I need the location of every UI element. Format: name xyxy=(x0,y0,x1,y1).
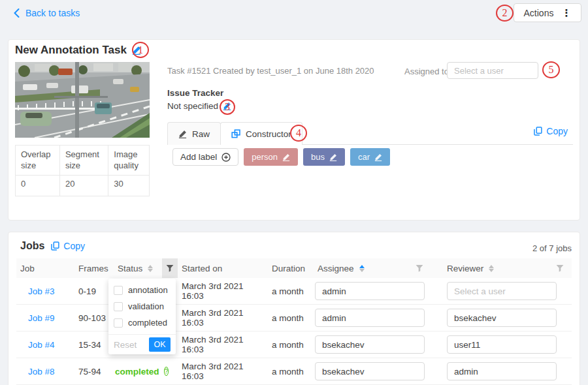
copy-jobs-label: Copy xyxy=(63,241,85,251)
job-4-started: March 3rd 2021 16:03 xyxy=(178,335,268,354)
job-8-frames: 75-94 xyxy=(74,367,114,377)
tab-constructor-label: Constructor xyxy=(246,129,291,139)
job-4-link[interactable]: Job #4 xyxy=(16,340,74,350)
job-9-reviewer-select[interactable] xyxy=(447,309,557,327)
traffic-scene xyxy=(15,62,150,138)
job-4-assignee-select[interactable] xyxy=(315,335,425,354)
annotation-marker-3: 3 xyxy=(220,99,235,115)
edit-label-person-icon[interactable] xyxy=(282,153,290,161)
validation-checkbox[interactable] xyxy=(114,302,123,311)
jobs-table: Job Frames Status Started on Duration As… xyxy=(16,258,572,385)
job-8-assignee-select[interactable] xyxy=(315,362,425,380)
copy-label: Copy xyxy=(546,126,568,136)
job-3-link[interactable]: Job #3 xyxy=(16,286,74,296)
copy-icon xyxy=(534,127,542,136)
filter-funnel-icon xyxy=(166,264,174,272)
annotation-option-label: annotation xyxy=(128,285,168,295)
job-row-9: Job #9 90-103 March 3rd 2021 16:03 a mon… xyxy=(16,305,572,331)
issue-tracker-label: Issue Tracker xyxy=(167,88,223,98)
chevron-left-icon xyxy=(13,8,20,18)
param-value-quality: 30 xyxy=(108,176,150,196)
completed-checkbox[interactable] xyxy=(114,318,123,328)
label-person-name: person xyxy=(252,152,278,162)
filter-option-validation[interactable]: validation xyxy=(108,298,176,315)
job-8-started: March 3rd 2021 16:03 xyxy=(178,362,268,381)
status-filter-button[interactable] xyxy=(162,258,178,278)
issue-tracker-value: Not specified xyxy=(167,101,218,111)
job-9-link[interactable]: Job #9 xyxy=(16,313,74,323)
column-header-frames[interactable]: Frames xyxy=(74,258,114,278)
labels-constructor-row: Add label person bus car xyxy=(172,148,390,166)
status-filter-options: annotation validation completed xyxy=(108,279,176,334)
job-row-3: Job #3 0-19 March 3rd 2021 16:03 a month xyxy=(16,278,572,305)
job-3-reviewer-select[interactable] xyxy=(447,282,557,300)
params-header-row: Overlap size Segment size Image quality xyxy=(16,146,150,176)
labels-tabs-bar: Raw Constructor xyxy=(167,122,573,145)
job-8-duration: a month xyxy=(268,367,314,377)
copy-labels-link[interactable]: Copy xyxy=(534,126,568,136)
filter-ok-button[interactable]: OK xyxy=(149,337,171,352)
edit-label-bus-icon[interactable] xyxy=(329,153,337,161)
tab-raw[interactable]: Raw xyxy=(167,122,221,145)
column-header-job[interactable]: Job xyxy=(16,258,74,278)
job-3-assignee-select[interactable] xyxy=(315,282,425,300)
assigned-to-select[interactable] xyxy=(447,62,538,79)
task-meta-text: Task #1521 Created by test_user_1 on Jun… xyxy=(167,66,374,76)
param-value-segment: 20 xyxy=(59,176,108,196)
label-chip-car[interactable]: car xyxy=(350,148,390,166)
task-title: New Annotation Task xyxy=(15,44,127,57)
job-4-frames: 15-34 xyxy=(74,340,114,350)
reviewer-sorter-icon[interactable] xyxy=(489,265,494,272)
task-params-table: Overlap size Segment size Image quality … xyxy=(15,145,150,196)
column-header-started: Started on xyxy=(178,258,268,278)
job-9-frames: 90-103 xyxy=(74,313,114,323)
job-9-duration: a month xyxy=(268,313,314,323)
job-3-duration: a month xyxy=(268,286,314,296)
annotation-checkbox[interactable] xyxy=(114,286,123,295)
label-car-name: car xyxy=(358,152,370,162)
job-8-status: completed ? xyxy=(114,367,162,377)
jobs-table-header: Job Frames Status Started on Duration As… xyxy=(16,258,572,278)
status-filter-dropdown: annotation validation completed Reset OK xyxy=(108,279,176,354)
annotation-marker-4: 4 xyxy=(290,125,307,142)
actions-button[interactable]: Actions ⋮ xyxy=(514,3,581,22)
reviewer-filter-icon[interactable] xyxy=(556,264,564,272)
more-vertical-icon: ⋮ xyxy=(561,7,571,19)
jobs-heading: Jobs xyxy=(20,240,44,252)
label-chip-person[interactable]: person xyxy=(244,148,298,166)
job-row-8: Job #8 75-94 completed ? March 3rd 2021 … xyxy=(16,358,572,385)
label-bus-name: bus xyxy=(311,152,325,162)
annotation-marker-1: 1 xyxy=(132,42,149,58)
copy-icon xyxy=(51,241,59,251)
jobs-table-body: Job #3 0-19 March 3rd 2021 16:03 a month… xyxy=(16,278,572,385)
param-header-quality: Image quality xyxy=(108,146,150,176)
jobs-card: Jobs Copy 2 of 7 jobs Job Frames Status … xyxy=(8,232,580,385)
param-header-segment: Segment size xyxy=(59,146,108,176)
plus-circle-icon xyxy=(221,153,231,162)
job-8-reviewer-select[interactable] xyxy=(447,362,557,380)
question-circle-icon[interactable]: ? xyxy=(164,367,169,376)
label-chip-bus[interactable]: bus xyxy=(303,148,345,166)
add-label-button[interactable]: Add label xyxy=(172,148,238,166)
add-label-text: Add label xyxy=(180,152,217,162)
filter-option-annotation[interactable]: annotation xyxy=(108,282,176,298)
assignee-filter-icon[interactable] xyxy=(416,264,423,272)
back-to-tasks-link[interactable]: Back to tasks xyxy=(13,8,80,18)
job-row-4: Job #4 15-34 March 3rd 2021 16:03 a mont… xyxy=(16,331,572,358)
column-header-reviewer[interactable]: Reviewer xyxy=(431,258,572,278)
column-header-status[interactable]: Status xyxy=(114,258,162,278)
filter-option-completed[interactable]: completed xyxy=(108,315,176,331)
job-4-reviewer-select[interactable] xyxy=(447,335,557,354)
assigned-to-label: Assigned to xyxy=(404,67,449,76)
status-sorter-icon[interactable] xyxy=(148,265,153,272)
job-8-link[interactable]: Job #8 xyxy=(16,367,74,377)
task-preview-image xyxy=(15,62,150,138)
job-3-started: March 3rd 2021 16:03 xyxy=(178,281,268,301)
copy-jobs-link[interactable]: Copy xyxy=(51,241,85,251)
filter-reset-button[interactable]: Reset xyxy=(114,340,137,350)
column-header-assignee[interactable]: Assignee xyxy=(314,258,431,278)
assignee-sorter-icon[interactable] xyxy=(359,265,365,272)
jobs-heading-row: Jobs Copy xyxy=(20,240,85,252)
job-9-assignee-select[interactable] xyxy=(315,309,425,327)
edit-label-car-icon[interactable] xyxy=(374,153,382,161)
